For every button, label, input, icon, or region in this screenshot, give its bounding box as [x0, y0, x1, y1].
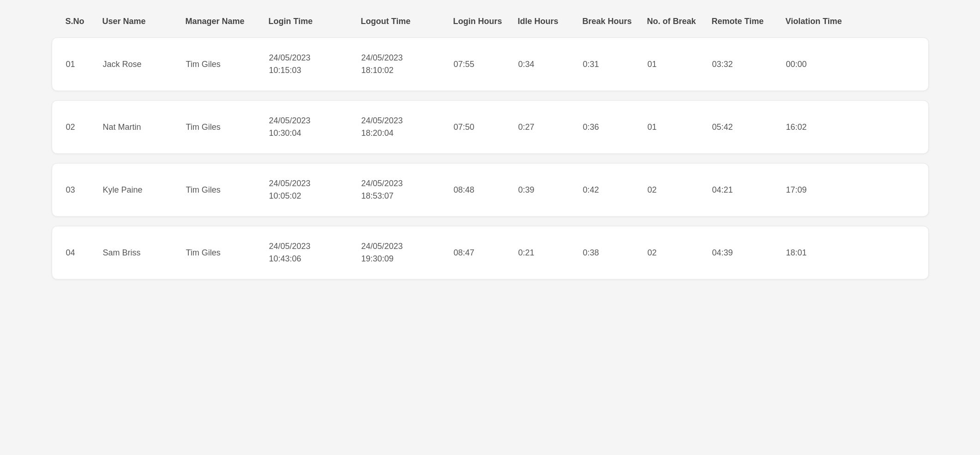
- cell-loginhours: 08:48: [454, 185, 518, 195]
- header-sno: S.No: [66, 17, 102, 26]
- header-loginhours: Login Hours: [453, 17, 518, 26]
- cell-sno: 04: [66, 248, 103, 258]
- cell-managername: Tim Giles: [186, 248, 269, 258]
- cell-idlehours: 0:21: [518, 248, 583, 258]
- cell-loginhours: 07:50: [454, 122, 518, 132]
- cell-idlehours: 0:34: [518, 60, 583, 69]
- cell-logouttime: 24/05/2023 18:53:07: [361, 177, 454, 202]
- cell-sno: 01: [66, 60, 103, 69]
- table-row: 02Nat MartinTim Giles24/05/2023 10:30:04…: [52, 100, 929, 154]
- header-violationtime: Violation Time: [786, 17, 860, 26]
- cell-logintime: 24/05/2023 10:43:06: [269, 240, 361, 265]
- table-row: 03Kyle PaineTim Giles24/05/2023 10:05:02…: [52, 163, 929, 217]
- header-logintime: Login Time: [269, 17, 361, 26]
- main-table: S.No User Name Manager Name Login Time L…: [52, 9, 929, 279]
- header-idlehours: Idle Hours: [518, 17, 583, 26]
- header-managername: Manager Name: [186, 17, 269, 26]
- cell-username: Kyle Paine: [103, 185, 186, 195]
- cell-logouttime: 24/05/2023 18:10:02: [361, 52, 454, 77]
- cell-breakhours: 0:36: [583, 122, 648, 132]
- cell-violationtime: 18:01: [786, 248, 860, 258]
- cell-sno: 03: [66, 185, 103, 195]
- cell-noofbreak: 02: [648, 185, 712, 195]
- cell-remotetime: 05:42: [712, 122, 786, 132]
- cell-violationtime: 00:00: [786, 60, 860, 69]
- cell-breakhours: 0:38: [583, 248, 648, 258]
- cell-noofbreak: 01: [648, 60, 712, 69]
- table-row: 01Jack RoseTim Giles24/05/2023 10:15:032…: [52, 37, 929, 91]
- cell-managername: Tim Giles: [186, 122, 269, 132]
- table-body: 01Jack RoseTim Giles24/05/2023 10:15:032…: [52, 37, 929, 279]
- cell-logintime: 24/05/2023 10:05:02: [269, 177, 361, 202]
- cell-breakhours: 0:31: [583, 60, 648, 69]
- cell-breakhours: 0:42: [583, 185, 648, 195]
- header-username: User Name: [102, 17, 186, 26]
- cell-violationtime: 17:09: [786, 185, 860, 195]
- cell-logouttime: 24/05/2023 18:20:04: [361, 115, 454, 140]
- cell-loginhours: 08:47: [454, 248, 518, 258]
- cell-username: Sam Briss: [103, 248, 186, 258]
- cell-logintime: 24/05/2023 10:30:04: [269, 115, 361, 140]
- header-logouttime: Logout Time: [361, 17, 453, 26]
- cell-remotetime: 03:32: [712, 60, 786, 69]
- cell-logintime: 24/05/2023 10:15:03: [269, 52, 361, 77]
- cell-username: Jack Rose: [103, 60, 186, 69]
- cell-idlehours: 0:27: [518, 122, 583, 132]
- cell-violationtime: 16:02: [786, 122, 860, 132]
- cell-noofbreak: 02: [648, 248, 712, 258]
- cell-remotetime: 04:21: [712, 185, 786, 195]
- header-remotetime: Remote Time: [712, 17, 786, 26]
- table-header-row: S.No User Name Manager Name Login Time L…: [52, 9, 929, 34]
- header-breakhours: Break Hours: [583, 17, 647, 26]
- cell-logouttime: 24/05/2023 19:30:09: [361, 240, 454, 265]
- header-noofbreak: No. of Break: [647, 17, 712, 26]
- cell-loginhours: 07:55: [454, 60, 518, 69]
- cell-idlehours: 0:39: [518, 185, 583, 195]
- cell-noofbreak: 01: [648, 122, 712, 132]
- table-row: 04Sam BrissTim Giles24/05/2023 10:43:062…: [52, 226, 929, 279]
- cell-username: Nat Martin: [103, 122, 186, 132]
- cell-managername: Tim Giles: [186, 185, 269, 195]
- cell-managername: Tim Giles: [186, 60, 269, 69]
- cell-sno: 02: [66, 122, 103, 132]
- cell-remotetime: 04:39: [712, 248, 786, 258]
